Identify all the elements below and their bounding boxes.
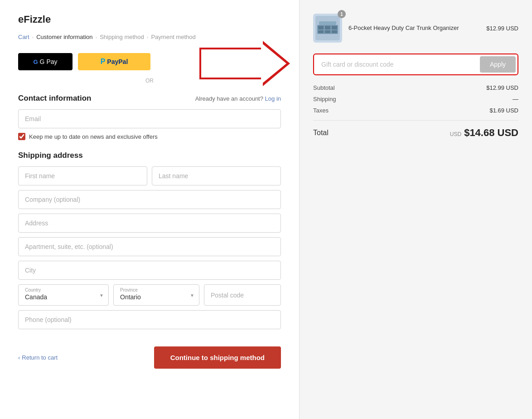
taxes-label: Taxes xyxy=(313,107,329,114)
shipping-label: Shipping xyxy=(313,96,336,102)
province-select-wrap[interactable]: Province Ontario ▼ xyxy=(113,284,199,306)
province-select[interactable]: Province Ontario ▼ xyxy=(113,284,199,306)
svg-rect-7 xyxy=(332,30,337,33)
country-value: Canada xyxy=(25,293,47,301)
product-image xyxy=(313,14,342,43)
paypal-label: PayPal xyxy=(107,58,128,65)
summary-divider xyxy=(313,120,518,121)
taxes-value: $1.69 USD xyxy=(489,107,518,114)
product-row: 1 6-Pocket Heavy Duty Car Trunk Organize… xyxy=(313,14,518,43)
discount-code-input[interactable] xyxy=(316,56,476,73)
breadcrumb-sep-2: › xyxy=(96,34,97,40)
paypal-p-logo: P xyxy=(101,58,106,66)
country-select[interactable]: Country Canada ▼ xyxy=(18,284,109,306)
name-row xyxy=(18,166,281,190)
country-label: Country xyxy=(25,287,102,292)
total-currency: USD xyxy=(450,131,461,137)
total-amount: $14.68 USD xyxy=(464,127,518,139)
breadcrumb-cart[interactable]: Cart xyxy=(18,34,29,40)
login-link[interactable]: Log in xyxy=(265,95,281,102)
chevron-left-icon: ‹ xyxy=(18,354,20,361)
first-name-field[interactable] xyxy=(18,166,147,185)
contact-info-header: Contact information Already have an acco… xyxy=(18,94,281,103)
product-image-wrap: 1 xyxy=(313,14,342,43)
postal-code-field[interactable] xyxy=(204,284,281,306)
product-price: $12.99 USD xyxy=(486,25,518,32)
country-arrow-icon: ▼ xyxy=(99,292,104,297)
return-to-cart-link[interactable]: ‹ Return to cart xyxy=(18,354,58,361)
country-row: Country Canada ▼ Province Ontario ▼ xyxy=(18,284,281,306)
newsletter-checkbox-row: Keep me up to date on news and exclusive… xyxy=(18,133,281,140)
product-info: 6-Pocket Heavy Duty Car Trunk Organizer xyxy=(348,24,480,32)
breadcrumb-sep-3: › xyxy=(147,34,149,40)
province-value: Ontario xyxy=(120,293,141,301)
city-field[interactable] xyxy=(18,261,281,280)
svg-rect-8 xyxy=(319,21,336,25)
discount-code-row: Apply xyxy=(313,54,518,75)
right-panel: 1 6-Pocket Heavy Duty Car Trunk Organize… xyxy=(299,0,532,419)
return-to-cart-label: Return to cart xyxy=(22,354,58,361)
last-name-field[interactable] xyxy=(152,166,281,185)
contact-info-title: Contact information xyxy=(18,94,92,103)
total-right: USD $14.68 USD xyxy=(450,127,518,139)
or-divider: OR xyxy=(18,78,281,84)
g-logo: G xyxy=(33,58,38,65)
shipping-value: — xyxy=(513,96,518,102)
continue-to-shipping-button[interactable]: Continue to shipping method xyxy=(154,346,281,369)
svg-rect-4 xyxy=(332,26,337,29)
country-select-wrap[interactable]: Country Canada ▼ xyxy=(18,284,109,306)
breadcrumb-sep-1: › xyxy=(32,34,34,40)
footer-actions: ‹ Return to cart Continue to shipping me… xyxy=(18,346,281,369)
address-field[interactable] xyxy=(18,214,281,233)
taxes-row: Taxes $1.69 USD xyxy=(313,107,518,114)
subtotal-row: Subtotal $12.99 USD xyxy=(313,84,518,91)
product-name: 6-Pocket Heavy Duty Car Trunk Organizer xyxy=(348,24,480,32)
subtotal-value: $12.99 USD xyxy=(486,84,518,91)
gpay-label: G Pay xyxy=(40,58,58,65)
newsletter-checkbox[interactable] xyxy=(18,133,25,140)
subtotal-label: Subtotal xyxy=(313,84,335,91)
apt-field[interactable] xyxy=(18,237,281,256)
svg-rect-2 xyxy=(318,26,324,29)
breadcrumb-payment-method: Payment method xyxy=(151,34,195,40)
breadcrumb: Cart › Customer information › Shipping m… xyxy=(18,34,281,40)
product-badge: 1 xyxy=(338,10,346,18)
product-thumbnail xyxy=(315,16,340,40)
email-field[interactable] xyxy=(18,109,281,128)
svg-rect-3 xyxy=(325,26,330,29)
gpay-button[interactable]: G G Pay xyxy=(18,53,73,70)
phone-field[interactable] xyxy=(18,310,281,329)
shipping-row: Shipping — xyxy=(313,96,518,102)
total-row: Total USD $14.68 USD xyxy=(313,127,518,139)
company-field[interactable] xyxy=(18,190,281,209)
breadcrumb-customer-information: Customer information xyxy=(36,34,92,40)
total-label: Total xyxy=(313,129,329,137)
payment-buttons: G G Pay P PayPal xyxy=(18,53,281,70)
paypal-button[interactable]: P PayPal xyxy=(78,53,150,70)
province-arrow-icon: ▼ xyxy=(190,292,194,297)
postal-input-wrap xyxy=(204,284,281,306)
svg-rect-6 xyxy=(325,30,330,33)
newsletter-label: Keep me up to date on news and exclusive… xyxy=(29,133,158,140)
breadcrumb-shipping-method: Shipping method xyxy=(100,34,144,40)
svg-rect-5 xyxy=(318,30,324,33)
province-label: Province xyxy=(120,287,193,292)
brand-name: eFizzle xyxy=(18,14,281,25)
shipping-address-title: Shipping address xyxy=(18,151,281,160)
already-account-text: Already have an account? Log in xyxy=(195,95,281,102)
left-panel: eFizzle Cart › Customer information › Sh… xyxy=(0,0,299,419)
apply-discount-button[interactable]: Apply xyxy=(480,56,516,73)
